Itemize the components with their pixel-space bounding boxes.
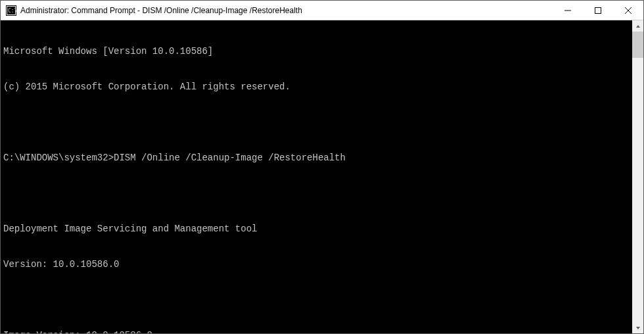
terminal-line: Microsoft Windows [Version 10.0.10586]: [3, 45, 632, 57]
command-prompt-window: C:\ Administrator: Command Prompt - DISM…: [0, 0, 644, 334]
window-title: Administrator: Command Prompt - DISM /On…: [20, 6, 553, 15]
scrollbar-thumb[interactable]: [632, 32, 643, 58]
scroll-down-button[interactable]: [632, 322, 643, 333]
titlebar[interactable]: C:\ Administrator: Command Prompt - DISM…: [1, 1, 643, 20]
vertical-scrollbar[interactable]: [632, 20, 643, 333]
terminal-line: Image Version: 10.0.10586.0: [3, 329, 632, 333]
minimize-button[interactable]: [553, 1, 583, 20]
terminal-line: [3, 187, 632, 199]
content-area: Microsoft Windows [Version 10.0.10586] (…: [1, 20, 643, 333]
terminal-line: (c) 2015 Microsoft Corporation. All righ…: [3, 81, 632, 93]
terminal-line: [3, 294, 632, 306]
cmd-icon: C:\: [6, 5, 16, 16]
terminal-line: Version: 10.0.10586.0: [3, 258, 632, 270]
terminal-line: [3, 116, 632, 128]
svg-marker-9: [636, 327, 640, 329]
svg-rect-5: [595, 7, 601, 13]
terminal-line: Deployment Image Servicing and Managemen…: [3, 223, 632, 235]
window-controls: [553, 1, 643, 20]
svg-marker-8: [636, 25, 640, 28]
scrollbar-track[interactable]: [632, 32, 643, 322]
scroll-up-button[interactable]: [632, 20, 643, 32]
maximize-button[interactable]: [583, 1, 613, 20]
svg-text:C:\: C:\: [8, 8, 16, 14]
terminal-prompt-line: C:\WINDOWS\system32>DISM /Online /Cleanu…: [3, 152, 632, 164]
terminal-output[interactable]: Microsoft Windows [Version 10.0.10586] (…: [1, 20, 632, 333]
close-button[interactable]: [613, 1, 643, 20]
